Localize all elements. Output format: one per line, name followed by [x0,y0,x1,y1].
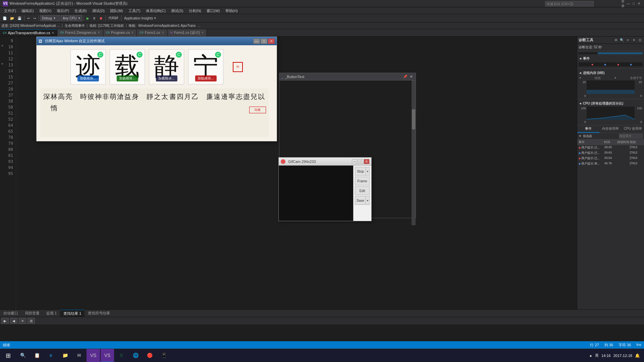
gifcam-edit-btn[interactable]: Edit [355,186,370,195]
save-btn[interactable]: 💾 [16,15,23,21]
menu-window[interactable]: 窗口(W) [204,7,223,14]
debug-dropdown[interactable]: Debug ▼ [40,15,60,21]
diag-dock-icon[interactable]: ⊡ [637,38,643,43]
find-clear-btn[interactable]: ✕ [19,318,26,324]
taskbar-icon-excel[interactable]: X [115,349,128,362]
tab-program[interactable]: C# Program.cs ✕ [103,29,137,36]
taskbar-icon-explorer[interactable]: 📁 [58,349,72,362]
calli-maximize-btn[interactable]: □ [261,39,267,44]
taskbar-icon-app3[interactable]: 📱 [157,349,170,362]
calli-load-btn-4[interactable]: 加载模块... [195,75,216,81]
tab-close-3[interactable]: ✕ [131,29,134,36]
tray-notify[interactable]: 🔔 [635,353,640,358]
taskbar-icon-edge[interactable]: e [44,349,58,362]
menu-team[interactable]: 团队(M) [107,7,126,14]
sign-in[interactable]: 登录 [621,1,625,6]
menu-project[interactable]: 项目(P) [54,7,72,14]
menu-build[interactable]: 生成(B) [72,7,90,14]
menu-file[interactable]: 文件(F) [1,7,19,14]
minimize-btn[interactable]: — [626,1,631,6]
event-row-1[interactable]: ◆用户提示:已... 29.63 [7912 [577,150,644,156]
lifecycle-text[interactable]: 生命周期事件 [65,23,85,28]
buttontext-pin-icon[interactable]: 📌 [402,75,408,78]
gifcam-stop-arrow[interactable]: ▼ [366,167,370,176]
bottom-tab-locals[interactable]: 局部变量 [21,310,43,317]
calli-close-btn[interactable]: ✕ [268,39,275,44]
tab-form1-design[interactable]: ⊞ Form1.cs [设计] ✕ [167,29,207,36]
restore-btn[interactable]: □ [631,1,636,6]
bottom-tab-watch[interactable]: 监视 1 [43,310,60,317]
stop-btn[interactable]: ⏹ [98,15,104,21]
event-row-2[interactable]: ◆用户提示:已... 33.54 [7912 [577,156,644,161]
bottom-tab-find[interactable]: 查找结果 1 [60,310,85,317]
cpu-dropdown[interactable]: Any CPU ▼ [61,15,82,21]
taskbar-icon-app2[interactable]: 🔴 [143,349,156,362]
taskbar-icon-mail[interactable]: ✉ [72,349,86,362]
taskbar-start-btn[interactable]: ⊞ [1,349,15,362]
filter-icon[interactable]: ▼ [579,134,582,138]
tab-close-2[interactable]: ✕ [98,29,100,36]
gifcam-restore-btn[interactable]: □ [358,159,363,164]
menu-tools[interactable]: 工具(T) [126,7,143,14]
menu-architecture[interactable]: 体系结构(C) [143,7,168,14]
calli-load-btn-3[interactable]: 加载模块... [156,75,177,81]
event-row-0[interactable]: ◆用户提示:已... 28.05 [7912 [577,145,644,150]
bottom-tab-symbol[interactable]: 查找符号结果 [85,310,113,317]
redo-btn[interactable]: ↪ [32,15,37,21]
filter-label[interactable]: 筛选器 [583,134,592,138]
taskbar-icon-vs2[interactable]: VS [101,349,114,362]
marker-12[interactable]: + [0,61,5,67]
taskbar-icon-app1[interactable]: 🌐 [129,349,142,362]
diag-tab-memory[interactable]: 内存使用率 [599,125,622,133]
code-btn[interactable]: 代码碎 [107,15,120,21]
tab-form1-designer[interactable]: C# Form1.Designer.cs ✕ [57,29,103,36]
tray-arrow[interactable]: ▲ [589,354,592,357]
gifcam-save-arrow[interactable]: ▼ [366,196,370,205]
menu-debug[interactable]: 调试(D) [90,7,107,14]
find-nav-btn-2[interactable]: ◀ [10,318,17,324]
event-row-3[interactable]: ◆用户提示:单... 34.76 [7912 [577,161,644,167]
bottom-tab-auto[interactable]: 自动窗口 [0,310,21,317]
gifcam-save-btn[interactable]: Save [355,196,366,205]
close-btn[interactable]: ✕ [637,1,641,6]
buttontext-scrollbar[interactable] [412,80,416,225]
gifcam-title-bar[interactable]: GifCam 294x233 — □ ✕ [279,158,371,166]
calli-load-btn-1[interactable]: 加载模块... [77,75,99,81]
menu-analyze[interactable]: 分析(N) [186,7,204,14]
gifcam-close-btn[interactable]: ✕ [364,159,369,164]
undo-btn[interactable]: ↩ [26,15,31,21]
gifcam-minimize-btn[interactable]: — [352,159,357,164]
diag-settings-icon[interactable]: ⚙ [613,38,619,43]
menu-view[interactable]: 视图(V) [37,7,54,14]
find-options-btn[interactable]: ⊞ [28,318,35,324]
diag-cpu-title[interactable]: ◄ CPU (所有处理器的百分比) [579,101,643,107]
calli-title-bar[interactable]: 🖼 仿网页Ajax Winform 自定义控件测试 — □ ✕ [37,37,277,45]
tab-close-ajax[interactable]: ✕ [52,29,54,37]
pause-btn[interactable]: ⏸ [91,15,97,21]
tab-ajax[interactable]: C# AjaxTransparentButton.cs ✕ [0,29,57,36]
app-insights-btn[interactable]: Application Insights ▼ [123,15,158,21]
menu-test[interactable]: 测试(S) [168,7,186,14]
find-nav-btn-1[interactable]: ▶ [1,318,9,324]
start-btn[interactable]: ▶ [85,15,91,21]
taskbar-icon-task[interactable]: 📋 [30,349,44,362]
diag-search-icon[interactable]: 🔍 [619,38,625,43]
menu-help[interactable]: 帮助(H) [223,7,240,14]
calli-minimize-btn[interactable]: — [253,39,260,44]
quick-launch[interactable]: 快速启动 (Ctrl+Q) [545,1,594,6]
gifcam-stop-btn[interactable]: Stop [355,167,366,176]
tab-close-5[interactable]: ✕ [201,29,204,36]
taskbar-icon-search[interactable]: 🔍 [16,349,30,362]
open-btn[interactable]: 📂 [9,15,15,21]
diag-events-title[interactable]: ◄ 事件 [579,56,643,62]
calli-load-btn-2[interactable]: 加载模块... [116,75,138,81]
new-project-btn[interactable]: 📄 [1,15,8,21]
diag-tab-cpu[interactable]: CPU 使用率 [622,125,644,133]
buttontext-close-icon[interactable]: ✕ [409,75,414,78]
tab-close-4[interactable]: ✕ [162,29,164,36]
diag-gear-icon[interactable]: ≡ [625,38,631,43]
diag-close-icon[interactable]: ✕ [631,38,637,43]
diag-memory-title[interactable]: ◄ 进程内存 (MB) [579,70,643,76]
diag-scroll[interactable]: 诊断合适: 52 秒 ◄ 事件 ◆ [577,44,644,309]
menu-edit[interactable]: 编辑(E) [19,7,37,14]
